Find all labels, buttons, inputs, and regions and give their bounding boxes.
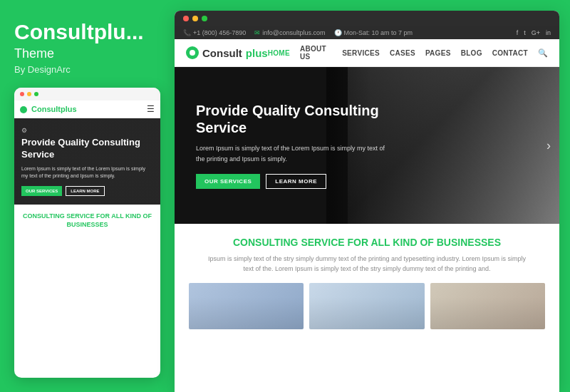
mobile-logo: Consultplus	[20, 105, 77, 113]
search-icon[interactable]: 🔍	[538, 48, 548, 58]
desktop-dot-yellow	[192, 16, 198, 21]
social-links: f t G+ in	[517, 29, 551, 36]
hero-services-button[interactable]: OUR SERVICES	[196, 174, 260, 189]
desktop-logo: Consultplus	[186, 46, 268, 59]
desktop-info-bar: 📞 +1 (800) 456-7890 ✉ info@consultplus.c…	[175, 26, 559, 39]
hours-info: 🕐 Mon-Sat: 10 am to 7 pm	[334, 29, 413, 36]
hero-text: Lorem Ipsum is simply text of the Lorem …	[196, 143, 395, 164]
gear-icon: ⚙	[21, 127, 153, 134]
mobile-section-title: CONSULTING SERVICE FOR ALL KIND OF BUSIN…	[20, 212, 155, 229]
twitter-icon[interactable]: t	[524, 29, 526, 36]
dot-yellow	[27, 92, 31, 96]
dot-red	[20, 92, 24, 96]
desktop-nav-links: HOME ABOUT US SERVICES CASES PAGES BLOG …	[268, 45, 548, 61]
right-panel: 📞 +1 (800) 456-7890 ✉ info@consultplus.c…	[175, 11, 559, 392]
mobile-hero-text: Lorem Ipsum is simply text of the Lorem …	[21, 165, 153, 180]
nav-cases[interactable]: CASES	[390, 49, 415, 57]
thumbnail-row	[189, 283, 545, 329]
nav-about[interactable]: ABOUT US	[300, 45, 332, 61]
section-heading: CONSULTING SERVICE FOR ALL KIND OF BUSIN…	[189, 237, 545, 248]
hero-buttons: OUR SERVICES LEARN MORE	[196, 174, 395, 189]
hamburger-icon[interactable]: ☰	[147, 104, 155, 114]
theme-subtitle: Theme	[14, 46, 160, 61]
phone-icon: 📞	[183, 29, 191, 36]
googleplus-icon[interactable]: G+	[532, 29, 540, 36]
nav-home[interactable]: HOME	[268, 49, 290, 57]
phone-info: 📞 +1 (800) 456-7890	[183, 29, 246, 36]
hero-title: Provide Quality Consulting Service	[196, 102, 395, 136]
nav-services[interactable]: SERVICES	[342, 49, 380, 57]
mobile-nav: Consultplus ☰	[14, 100, 160, 118]
mobile-hero-buttons: OUR SERVICES LEARN MORE	[21, 186, 153, 196]
email-icon: ✉	[254, 29, 260, 36]
svg-point-0	[190, 50, 195, 56]
clock-icon: 🕐	[334, 29, 342, 36]
linkedin-icon[interactable]: in	[546, 29, 551, 36]
mobile-logo-icon	[20, 106, 27, 113]
section-text: Ipsum is simply text of the stry simply …	[203, 254, 531, 274]
facebook-icon[interactable]: f	[517, 29, 519, 36]
desktop-nav: Consultplus HOME ABOUT US SERVICES CASES…	[175, 39, 559, 67]
email-info: ✉ info@consultplus.com	[254, 29, 325, 36]
dot-green	[34, 92, 38, 96]
mobile-hero: ⚙ Provide Quality Consulting Service Lor…	[14, 118, 160, 205]
mobile-learnmore-button[interactable]: LEARN MORE	[66, 186, 104, 196]
theme-author: By DesignArc	[14, 64, 160, 75]
hero-content: Provide Quality Consulting Service Lorem…	[196, 102, 395, 189]
hero-next-arrow[interactable]: ›	[546, 138, 551, 153]
mobile-services-button[interactable]: OUR SERVICES	[21, 186, 62, 196]
desktop-top-bar	[175, 11, 559, 26]
desktop-section: CONSULTING SERVICE FOR ALL KIND OF BUSIN…	[175, 224, 559, 336]
info-left: 📞 +1 (800) 456-7890 ✉ info@consultplus.c…	[183, 29, 413, 36]
mobile-section: CONSULTING SERVICE FOR ALL KIND OF BUSIN…	[14, 205, 160, 237]
nav-contact[interactable]: CONTACT	[492, 49, 528, 57]
nav-blog[interactable]: BLOG	[461, 49, 482, 57]
mobile-hero-title: Provide Quality Consulting Service	[21, 137, 153, 161]
thumbnail-2	[309, 283, 424, 329]
mobile-preview: Consultplus ☰ ⚙ Provide Quality Consulti…	[14, 88, 160, 378]
hero-learnmore-button[interactable]: LEARN MORE	[266, 174, 326, 189]
nav-pages[interactable]: PAGES	[425, 49, 451, 57]
desktop-hero: Provide Quality Consulting Service Lorem…	[175, 67, 559, 224]
thumbnail-1	[189, 283, 304, 329]
left-panel: Consultplu... Theme By DesignArc Consult…	[0, 0, 175, 392]
desktop-dot-red	[183, 16, 189, 21]
logo-icon	[186, 46, 199, 59]
mobile-top-bar	[14, 88, 160, 100]
desktop-dot-green	[202, 16, 207, 21]
thumbnail-3	[430, 283, 545, 329]
theme-title: Consultplu...	[14, 20, 160, 43]
